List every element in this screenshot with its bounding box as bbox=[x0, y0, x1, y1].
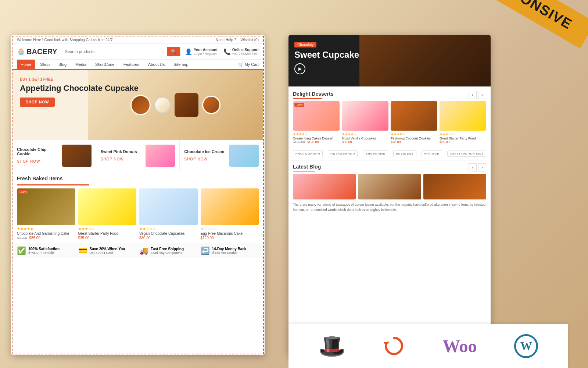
delight-name-3: Great Starter Party Food bbox=[440, 137, 486, 140]
blog-nav-arrows: ‹ › bbox=[469, 163, 486, 171]
lorem-text: There are many variations of passages of… bbox=[288, 199, 491, 215]
nav-media[interactable]: Media bbox=[72, 60, 90, 69]
icecream-link[interactable]: SHOP NOW bbox=[184, 157, 207, 161]
brand-3: BUSINESS bbox=[393, 150, 416, 157]
fresh-item-3: ★☆☆☆☆ Egg-Free Macarons Cake $120.00 bbox=[201, 188, 259, 240]
fresh-item-stars-0: ★★★★★ bbox=[17, 227, 75, 231]
delight-item-2: ★★★★☆ Featuring Coconut Cookies $70.00 bbox=[391, 101, 437, 144]
donut-info: Sweet Pink Donuts SHOP NOW bbox=[101, 149, 143, 162]
brand-0: PHOTOGRAPH bbox=[293, 150, 323, 157]
brand-5: CONSTRUCTION KIDS bbox=[447, 151, 486, 157]
video-tag: Chocolaty bbox=[294, 42, 316, 47]
feature-icon-2: 🚚 bbox=[139, 246, 148, 255]
blog-item-2 bbox=[423, 174, 486, 199]
product-card-donut: Sweet Pink Donuts SHOP NOW bbox=[96, 140, 180, 171]
support-phone: +91 2583254789 bbox=[232, 52, 259, 56]
delight-name-0: Cream Icing Cakes Dessert bbox=[293, 137, 340, 140]
blog-items bbox=[288, 174, 491, 199]
logo[interactable]: 🧁 BACERY bbox=[17, 47, 57, 56]
hero-shop-button[interactable]: SHOP NOW bbox=[20, 98, 55, 107]
fresh-item-price-0: $96.00 $85.00 bbox=[17, 236, 75, 240]
nav-sitemap[interactable]: Sitemap bbox=[170, 60, 192, 69]
logo-icon: 🧁 bbox=[17, 47, 25, 56]
delight-stars-2: ★★★★☆ bbox=[391, 132, 437, 136]
cart-icon: 🛒 bbox=[238, 62, 243, 67]
cart-button[interactable]: 🛒 My Cart bbox=[238, 62, 259, 67]
blog-title: Latest Blog bbox=[293, 164, 321, 170]
woo-text: Woo bbox=[442, 336, 477, 356]
brand-2: SHOPNAME bbox=[363, 150, 388, 157]
icecream-info: Chocolate Ice Cream SHOP NOW bbox=[184, 149, 226, 162]
delight-stars-0: ★★★★☆ bbox=[293, 132, 340, 136]
fresh-item-img-1 bbox=[78, 188, 137, 225]
cart-label: My Cart bbox=[245, 62, 259, 67]
support-label: Online Support bbox=[232, 48, 259, 52]
cookie-info: Chocolate Chip Cookie SHOP NOW bbox=[17, 147, 59, 164]
hero-tag: BUY 1 GET 1 FREE bbox=[20, 77, 139, 81]
chef-logo-item: 🎩 bbox=[318, 333, 346, 359]
feature-title-1: Save 20% When You bbox=[90, 247, 125, 251]
delight-divider bbox=[293, 98, 322, 99]
top-bar: Welcome Here ! Good luck with Shopping C… bbox=[12, 36, 263, 44]
wp-letter: W bbox=[520, 339, 532, 353]
support-action: 📞 Online Support +91 2583254789 bbox=[223, 48, 259, 56]
donut-link[interactable]: SHOP NOW bbox=[101, 157, 124, 161]
fresh-items: -11% ★★★★★ Chocolate And Garnishing Cake… bbox=[12, 188, 263, 243]
blog-img-0 bbox=[293, 174, 356, 199]
wp-logo-item: W bbox=[514, 334, 538, 358]
logo-text: BACERY bbox=[26, 47, 57, 56]
chef-hat-icon: 🎩 bbox=[318, 333, 346, 359]
nav-shortcode[interactable]: ShortCode bbox=[92, 60, 118, 69]
cookie-link[interactable]: SHOP NOW bbox=[17, 159, 40, 163]
feature-0: ✅ 100% Satisfaction If You Are Unable bbox=[17, 246, 75, 255]
search-button[interactable]: 🔍 bbox=[167, 47, 180, 56]
delight-prev-arrow[interactable]: ‹ bbox=[469, 91, 477, 99]
blog-header: Latest Blog ‹ › bbox=[288, 160, 491, 174]
feature-text-2: Load Any Computer's bbox=[151, 251, 184, 255]
section-divider bbox=[17, 184, 259, 185]
nav: Home Shop Blog Media ShortCode Features … bbox=[12, 60, 263, 70]
bottom-logos-bar: 🎩 Woo W bbox=[288, 324, 568, 368]
play-button[interactable]: ▶ bbox=[294, 63, 305, 74]
delight-price-2: $70.00 bbox=[391, 140, 437, 144]
wishlist[interactable]: Wishlist (0) bbox=[241, 38, 259, 42]
account-sub: Login / Register bbox=[194, 52, 217, 56]
fresh-item-price-1: $35.00 bbox=[78, 236, 137, 240]
delight-old-price-0: $150.00 bbox=[293, 140, 305, 144]
nav-shop[interactable]: Shop bbox=[36, 60, 53, 69]
video-title: Sweet Cupcake bbox=[294, 50, 359, 60]
refresh-logo-item bbox=[383, 335, 405, 357]
fresh-item-img-2 bbox=[139, 188, 198, 225]
nav-features[interactable]: Features bbox=[120, 60, 143, 69]
fresh-baked-title: Fresh Baked Items bbox=[12, 171, 263, 184]
delight-price-3: $35.00 bbox=[440, 140, 486, 144]
icecream-image bbox=[229, 145, 259, 167]
delight-header: Delight Desserts ‹ › bbox=[288, 86, 491, 101]
nav-about[interactable]: About Us bbox=[144, 60, 168, 69]
need-help[interactable]: Need Help ? bbox=[216, 38, 236, 42]
blog-item-0 bbox=[293, 174, 356, 199]
delight-item-0: -25% ★★★★☆ Cream Icing Cakes Dessert $15… bbox=[293, 101, 340, 144]
delight-price-val-0: $120.00 bbox=[307, 140, 319, 144]
delight-item-3: ★★★☆☆ Great Starter Party Food $35.00 bbox=[440, 101, 486, 144]
cookie-image bbox=[62, 145, 92, 167]
fresh-item-price-val-0: $85.00 bbox=[29, 236, 40, 240]
delight-name-1: Moist Vanilla Cupcakes bbox=[342, 137, 388, 140]
blog-next-arrow[interactable]: › bbox=[478, 163, 486, 171]
fresh-item-img-3 bbox=[201, 188, 259, 225]
nav-blog[interactable]: Blog bbox=[55, 60, 70, 69]
account-action[interactable]: 👤 Your Account Login / Register bbox=[185, 48, 217, 56]
delight-next-arrow[interactable]: › bbox=[478, 91, 486, 99]
delight-nav-arrows: ‹ › bbox=[469, 91, 486, 99]
nav-home[interactable]: Home bbox=[17, 60, 35, 69]
fresh-item-old-price-0: $96.00 bbox=[17, 236, 27, 240]
fresh-item-name-2: Vegan Chocolate Cupcakes bbox=[139, 231, 198, 236]
feature-2: 🚚 Fast Free Shipping Load Any Computer's bbox=[139, 246, 198, 255]
fresh-item-name-3: Egg-Free Macarons Cake bbox=[201, 231, 259, 236]
blog-prev-arrow[interactable]: ‹ bbox=[469, 163, 477, 171]
feature-text-1: Use Credit Card bbox=[90, 251, 125, 255]
brand-1: RETROBRAND bbox=[328, 150, 358, 157]
search-input[interactable] bbox=[62, 47, 168, 56]
video-section: Chocolaty Sweet Cupcake ▶ bbox=[288, 35, 491, 86]
fresh-item-name-0: Chocolate And Garnishing Cake bbox=[17, 231, 75, 236]
